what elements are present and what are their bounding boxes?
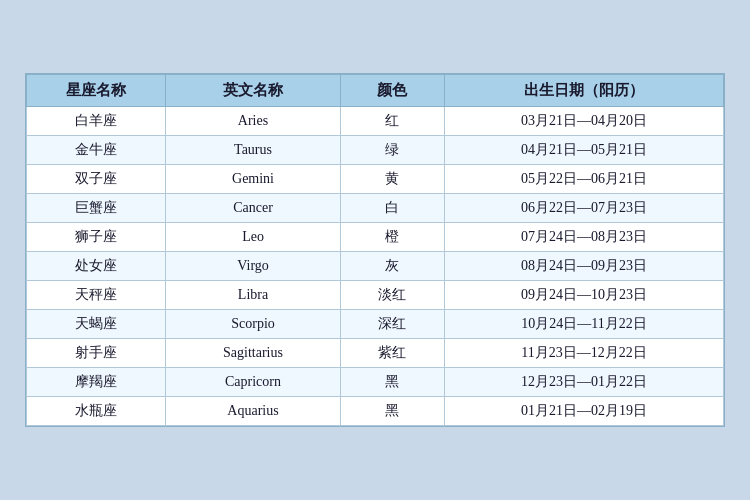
cell-english-name: Aquarius [166, 397, 340, 426]
cell-date: 06月22日—07月23日 [445, 194, 724, 223]
cell-date: 07月24日—08月23日 [445, 223, 724, 252]
cell-chinese-name: 水瓶座 [27, 397, 166, 426]
table-row: 白羊座Aries红03月21日—04月20日 [27, 107, 724, 136]
cell-english-name: Aries [166, 107, 340, 136]
cell-color: 白 [340, 194, 445, 223]
table-row: 天秤座Libra淡红09月24日—10月23日 [27, 281, 724, 310]
header-color: 颜色 [340, 75, 445, 107]
cell-date: 04月21日—05月21日 [445, 136, 724, 165]
cell-chinese-name: 金牛座 [27, 136, 166, 165]
cell-chinese-name: 巨蟹座 [27, 194, 166, 223]
cell-english-name: Cancer [166, 194, 340, 223]
cell-english-name: Virgo [166, 252, 340, 281]
cell-chinese-name: 天秤座 [27, 281, 166, 310]
table-row: 天蝎座Scorpio深红10月24日—11月22日 [27, 310, 724, 339]
cell-color: 绿 [340, 136, 445, 165]
cell-chinese-name: 双子座 [27, 165, 166, 194]
table-row: 摩羯座Capricorn黑12月23日—01月22日 [27, 368, 724, 397]
table-body: 白羊座Aries红03月21日—04月20日金牛座Taurus绿04月21日—0… [27, 107, 724, 426]
cell-chinese-name: 射手座 [27, 339, 166, 368]
cell-chinese-name: 狮子座 [27, 223, 166, 252]
table-row: 水瓶座Aquarius黑01月21日—02月19日 [27, 397, 724, 426]
cell-english-name: Gemini [166, 165, 340, 194]
cell-color: 深红 [340, 310, 445, 339]
cell-english-name: Sagittarius [166, 339, 340, 368]
cell-chinese-name: 处女座 [27, 252, 166, 281]
table-row: 射手座Sagittarius紫红11月23日—12月22日 [27, 339, 724, 368]
cell-chinese-name: 白羊座 [27, 107, 166, 136]
cell-date: 12月23日—01月22日 [445, 368, 724, 397]
table-row: 金牛座Taurus绿04月21日—05月21日 [27, 136, 724, 165]
header-chinese-name: 星座名称 [27, 75, 166, 107]
table-row: 狮子座Leo橙07月24日—08月23日 [27, 223, 724, 252]
header-english-name: 英文名称 [166, 75, 340, 107]
cell-date: 03月21日—04月20日 [445, 107, 724, 136]
table-row: 处女座Virgo灰08月24日—09月23日 [27, 252, 724, 281]
cell-date: 11月23日—12月22日 [445, 339, 724, 368]
cell-date: 09月24日—10月23日 [445, 281, 724, 310]
cell-english-name: Leo [166, 223, 340, 252]
table-row: 巨蟹座Cancer白06月22日—07月23日 [27, 194, 724, 223]
table-header-row: 星座名称 英文名称 颜色 出生日期（阳历） [27, 75, 724, 107]
cell-date: 01月21日—02月19日 [445, 397, 724, 426]
cell-chinese-name: 摩羯座 [27, 368, 166, 397]
cell-english-name: Capricorn [166, 368, 340, 397]
zodiac-table-container: 星座名称 英文名称 颜色 出生日期（阳历） 白羊座Aries红03月21日—04… [25, 73, 725, 427]
header-birthdate: 出生日期（阳历） [445, 75, 724, 107]
cell-color: 红 [340, 107, 445, 136]
table-row: 双子座Gemini黄05月22日—06月21日 [27, 165, 724, 194]
cell-chinese-name: 天蝎座 [27, 310, 166, 339]
cell-date: 05月22日—06月21日 [445, 165, 724, 194]
cell-date: 08月24日—09月23日 [445, 252, 724, 281]
cell-english-name: Scorpio [166, 310, 340, 339]
cell-color: 紫红 [340, 339, 445, 368]
cell-date: 10月24日—11月22日 [445, 310, 724, 339]
cell-color: 黑 [340, 368, 445, 397]
zodiac-table: 星座名称 英文名称 颜色 出生日期（阳历） 白羊座Aries红03月21日—04… [26, 74, 724, 426]
cell-english-name: Libra [166, 281, 340, 310]
cell-color: 黑 [340, 397, 445, 426]
cell-english-name: Taurus [166, 136, 340, 165]
cell-color: 橙 [340, 223, 445, 252]
cell-color: 淡红 [340, 281, 445, 310]
cell-color: 灰 [340, 252, 445, 281]
cell-color: 黄 [340, 165, 445, 194]
